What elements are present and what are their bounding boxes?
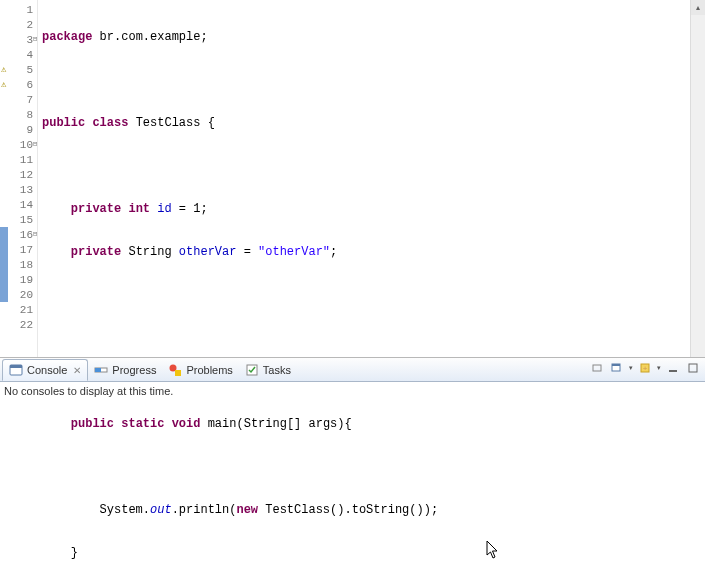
view-toolbar: ▾ + ▾	[589, 360, 701, 376]
code-token: .println(	[172, 503, 237, 517]
maximize-button[interactable]	[685, 360, 701, 376]
code-token: class	[92, 116, 128, 130]
code-token: ;	[330, 245, 337, 259]
line-number: 21	[0, 302, 37, 317]
tasks-icon	[245, 363, 259, 377]
code-token: = 1;	[172, 202, 208, 216]
change-marker	[0, 242, 8, 257]
warning-icon[interactable]: ⚠	[1, 80, 11, 90]
code-token: String	[121, 245, 179, 259]
code-token: TestClass().toString());	[258, 503, 438, 517]
tab-label: Console	[27, 364, 67, 376]
line-number: 12	[0, 167, 37, 182]
pin-console-button[interactable]	[589, 360, 605, 376]
code-token: id	[157, 202, 171, 216]
svg-text:+: +	[643, 364, 648, 373]
code-token: br.com.example;	[92, 30, 207, 44]
warning-icon[interactable]: ⚠	[1, 65, 11, 75]
svg-rect-9	[612, 364, 620, 366]
change-marker	[0, 257, 8, 272]
line-number: 19	[0, 272, 37, 287]
svg-rect-7	[593, 365, 601, 371]
line-number: 2	[0, 17, 37, 32]
svg-rect-13	[689, 364, 697, 372]
code-token: new	[236, 503, 258, 517]
line-number: 3⊟	[0, 32, 37, 47]
code-content[interactable]: package br.com.example; public class Tes…	[38, 0, 705, 357]
line-number: 17	[0, 242, 37, 257]
dropdown-icon[interactable]: ▾	[629, 364, 633, 372]
tab-tasks[interactable]: Tasks	[239, 359, 297, 381]
line-number: 9	[0, 122, 37, 137]
line-number: 8	[0, 107, 37, 122]
code-token: TestClass {	[128, 116, 214, 130]
line-number: 16⊟	[0, 227, 37, 242]
code-token: public	[42, 116, 85, 130]
code-token: "otherVar"	[258, 245, 330, 259]
close-icon[interactable]: ✕	[71, 365, 81, 376]
line-number: 5⚠	[0, 62, 37, 77]
code-token: int	[128, 202, 150, 216]
line-gutter: 123⊟45⚠6⚠78910⊟111213141516⊟171819202122	[0, 0, 38, 357]
tab-label: Tasks	[263, 364, 291, 376]
code-token: package	[42, 30, 92, 44]
line-number: 10⊟	[0, 137, 37, 152]
console-icon	[9, 363, 23, 377]
svg-rect-5	[175, 370, 181, 376]
line-number: 1	[0, 2, 37, 17]
line-number: 15	[0, 212, 37, 227]
line-number: 14	[0, 197, 37, 212]
svg-rect-3	[95, 368, 101, 372]
code-token: out	[150, 503, 172, 517]
code-token: System.	[100, 503, 150, 517]
code-token: public	[71, 417, 114, 431]
svg-rect-1	[10, 365, 22, 368]
code-token: =	[236, 245, 258, 259]
line-number: 18	[0, 257, 37, 272]
code-token: private	[71, 202, 121, 216]
code-token: main(String[] args){	[200, 417, 351, 431]
change-marker	[0, 272, 8, 287]
line-number: 13	[0, 182, 37, 197]
tab-problems[interactable]: Problems	[162, 359, 238, 381]
tab-progress[interactable]: Progress	[88, 359, 162, 381]
open-console-button[interactable]: +	[637, 360, 653, 376]
line-number: 6⚠	[0, 77, 37, 92]
display-selected-console-button[interactable]	[609, 360, 625, 376]
tab-label: Progress	[112, 364, 156, 376]
dropdown-icon[interactable]: ▾	[657, 364, 661, 372]
line-number: 4	[0, 47, 37, 62]
line-number: 11	[0, 152, 37, 167]
problems-icon	[168, 363, 182, 377]
tab-console[interactable]: Console ✕	[2, 359, 88, 381]
progress-icon	[94, 363, 108, 377]
minimize-button[interactable]	[665, 360, 681, 376]
svg-rect-12	[669, 370, 677, 372]
views-tabbar: Console ✕ Progress Problems Tasks	[0, 358, 705, 382]
line-number: 22	[0, 317, 37, 332]
line-number: 7	[0, 92, 37, 107]
change-marker	[0, 287, 8, 302]
tab-label: Problems	[186, 364, 232, 376]
line-number: 20	[0, 287, 37, 302]
code-token: static	[121, 417, 164, 431]
code-token: void	[172, 417, 201, 431]
code-token: }	[71, 546, 78, 560]
code-editor[interactable]: 123⊟45⚠6⚠78910⊟111213141516⊟171819202122…	[0, 0, 705, 357]
scroll-up-button[interactable]: ▴	[691, 0, 705, 15]
code-token: otherVar	[179, 245, 237, 259]
change-marker	[0, 227, 8, 242]
vertical-scrollbar[interactable]: ▴	[690, 0, 705, 357]
code-token: private	[71, 245, 121, 259]
